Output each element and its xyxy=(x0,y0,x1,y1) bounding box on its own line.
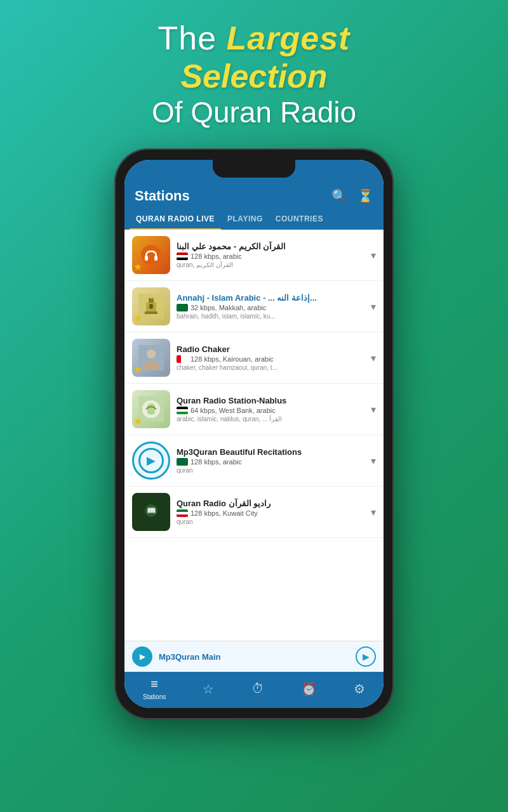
flag-egypt-1 xyxy=(177,252,188,260)
chevron-4: ▾ xyxy=(371,403,376,416)
station-bitrate-5: 128 kbps, arabic xyxy=(190,458,242,466)
hero-line3: Of Quran Radio xyxy=(152,95,356,129)
phone-screen: Stations 🔍 ⏳ QURAN RADIO LIVE PLAYING CO… xyxy=(124,160,384,708)
station-list: ★ القرآن الكريم - محمود علي البنا 128 kb… xyxy=(124,230,384,641)
nav-alarm[interactable]: ⏰ xyxy=(301,681,317,697)
phone-notch xyxy=(213,160,295,178)
chevron-5: ▾ xyxy=(371,455,376,467)
nav-favorites[interactable]: ☆ xyxy=(203,681,214,697)
timer-icon[interactable]: ⏳ xyxy=(358,188,373,204)
nav-equalizer[interactable]: ⚙ xyxy=(354,681,365,697)
station-name-4: Quran Radio Station-Nablus xyxy=(177,396,364,405)
tab-countries[interactable]: COUNTRIES xyxy=(269,209,330,230)
list-icon: ≡ xyxy=(150,677,158,691)
flag-saudi-5 xyxy=(177,458,188,466)
equalizer-icon: ⚙ xyxy=(354,681,365,697)
station-logo-3: ★ xyxy=(132,339,170,377)
header-icons: 🔍 ⏳ xyxy=(331,188,373,204)
now-playing-title: Mp3Quran Main xyxy=(159,652,349,662)
bottom-nav: ≡ Stations ☆ ⏱ ⏰ ⚙ xyxy=(124,672,384,708)
station-logo-4: ★ xyxy=(132,390,170,428)
phone-mockup: Stations 🔍 ⏳ QURAN RADIO LIVE PLAYING CO… xyxy=(114,148,394,719)
station-logo-1: ★ xyxy=(132,236,170,274)
star-icon-3: ★ xyxy=(133,363,142,376)
svg-rect-1 xyxy=(145,256,148,261)
station-meta-6: 128 kbps, Kuwait City xyxy=(177,509,364,517)
station-name-5: Mp3Quran Beautiful Recitations xyxy=(177,447,364,457)
tab-bar: QURAN RADIO LIVE PLAYING COUNTRIES xyxy=(124,209,384,230)
nav-history[interactable]: ⏱ xyxy=(251,681,264,696)
list-item[interactable]: ★ Annahj - Islam Arabic - ... إذاعة النه… xyxy=(124,281,384,332)
hero-line2: Selection xyxy=(152,57,356,95)
station-info-4: Quran Radio Station-Nablus 64 kbps, West… xyxy=(177,396,364,422)
star-icon-1: ★ xyxy=(133,261,142,273)
hero-line1: The Largest xyxy=(152,19,356,57)
station-tags-5: quran xyxy=(177,467,364,474)
tab-playing[interactable]: PLAYING xyxy=(221,209,269,230)
history-icon: ⏱ xyxy=(251,681,264,696)
hero-section: The Largest Selection Of Quran Radio xyxy=(139,0,369,142)
chevron-6: ▾ xyxy=(371,506,376,518)
tab-quran-radio-live[interactable]: QURAN RADIO LIVE xyxy=(130,209,221,230)
search-icon[interactable]: 🔍 xyxy=(331,188,347,204)
nav-stations[interactable]: ≡ Stations xyxy=(143,677,166,700)
svg-rect-6 xyxy=(149,304,153,309)
svg-text:📖: 📖 xyxy=(147,506,156,515)
now-playing-play-button[interactable]: ▶ xyxy=(356,646,376,667)
svg-rect-5 xyxy=(145,311,157,314)
flag-palestine-4 xyxy=(177,407,188,414)
svg-rect-2 xyxy=(154,256,157,261)
station-bitrate-2: 32 kbps, Makkah, arabic xyxy=(190,304,266,311)
station-meta-3: 128 kbps, Kairouan, arabic xyxy=(177,355,364,363)
station-name-1: القرآن الكريم - محمود علي البنا xyxy=(177,242,364,251)
list-item[interactable]: ★ القرآن الكريم - محمود علي البنا 128 kb… xyxy=(124,230,384,281)
hero-line1-plain: The xyxy=(158,20,227,56)
station-bitrate-4: 64 kbps, West Bank, arabic xyxy=(190,407,276,414)
list-item[interactable]: ▶ ★ Mp3Quran Beautiful Recitations 128 k… xyxy=(124,435,384,487)
hero-line1-highlight: Largest xyxy=(227,20,351,56)
station-meta-4: 64 kbps, West Bank, arabic xyxy=(177,407,364,414)
flag-tunisia-3 xyxy=(177,355,188,363)
nav-stations-label: Stations xyxy=(143,693,166,700)
chevron-3: ▾ xyxy=(371,352,376,364)
list-item[interactable]: ★ Quran Radio Station-Nablus 64 kbps, We… xyxy=(124,384,384,435)
station-info-2: Annahj - Islam Arabic - ... إذاعة النه..… xyxy=(177,293,364,320)
star-icon-4: ★ xyxy=(133,415,142,427)
list-item[interactable]: ★ Radio Chaker 128 kbps, Kairouan, arabi… xyxy=(124,332,384,384)
list-item[interactable]: 📖 Quran Radio راديو القرآن 128 kbps, Kuw… xyxy=(124,487,384,538)
station-tags-6: quran xyxy=(177,518,364,525)
station-meta-5: 128 kbps, arabic xyxy=(177,458,364,466)
station-info-5: Mp3Quran Beautiful Recitations 128 kbps,… xyxy=(177,447,364,474)
star-icon-2: ★ xyxy=(133,312,142,324)
station-name-6: Quran Radio راديو القرآن xyxy=(177,499,364,508)
app-title: Stations xyxy=(135,188,190,204)
now-playing-play-icon[interactable]: ▶ xyxy=(132,646,152,667)
station-bitrate-1: 128 kbps, arabic xyxy=(190,252,242,260)
station-bitrate-6: 128 kbps, Kuwait City xyxy=(190,509,258,517)
station-info-3: Radio Chaker 128 kbps, Kairouan, arabic … xyxy=(177,344,364,371)
station-tags-2: bahrain, hadith, islam, islamic, ku... xyxy=(177,313,364,320)
play-circle-icon: ▶ xyxy=(138,448,164,473)
station-info-6: Quran Radio راديو القرآن 128 kbps, Kuwai… xyxy=(177,499,364,525)
station-name-2: Annahj - Islam Arabic - ... إذاعة النه..… xyxy=(177,293,364,303)
station-logo-5: ▶ ★ xyxy=(132,442,170,480)
star-nav-icon: ☆ xyxy=(203,681,214,697)
alarm-icon: ⏰ xyxy=(301,681,317,697)
svg-point-0 xyxy=(141,245,161,265)
station-bitrate-3: 128 kbps, Kairouan, arabic xyxy=(190,355,274,363)
station-tags-3: chaker, chaker hamzaoui, quran, t... xyxy=(177,364,364,371)
station-logo-6: 📖 xyxy=(132,493,170,531)
station-meta-2: 32 kbps, Makkah, arabic xyxy=(177,304,364,311)
flag-kuwait-6 xyxy=(177,509,188,517)
station-name-3: Radio Chaker xyxy=(177,344,364,354)
station-tags-1: quran, القرآن الكريم xyxy=(177,261,364,268)
station-logo-2: ★ xyxy=(132,287,170,325)
station-tags-4: arabic, islamic, nablus, quran, ... القر… xyxy=(177,416,364,422)
station-meta-1: 128 kbps, arabic xyxy=(177,252,364,260)
flag-saudi-2 xyxy=(177,304,188,311)
svg-point-8 xyxy=(147,350,156,358)
chevron-2: ▾ xyxy=(371,301,376,313)
star-icon-5: ★ xyxy=(134,469,142,479)
chevron-1: ▾ xyxy=(371,249,376,261)
now-playing-bar: ▶ Mp3Quran Main ▶ xyxy=(124,641,384,672)
